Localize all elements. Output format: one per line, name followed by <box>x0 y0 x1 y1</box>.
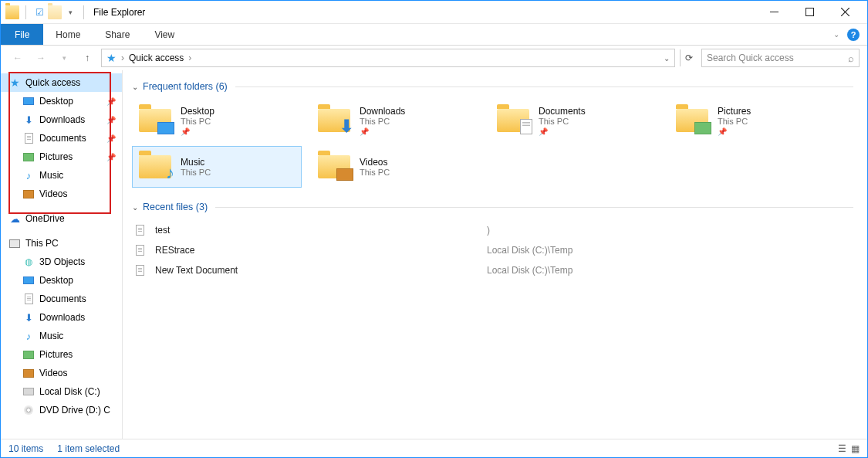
folder-card[interactable]: DesktopThis PC📌 <box>132 100 302 141</box>
tree-label: Pictures <box>39 349 73 360</box>
folder-card[interactable]: ♪MusicThis PC <box>132 146 302 188</box>
tree-quick-access[interactable]: ★ Quick access <box>1 73 122 92</box>
tree-label: Music <box>39 331 63 341</box>
folder-name: Pictures <box>718 106 751 117</box>
quick-access-toolbar: ☑ ▾ <box>5 5 89 19</box>
close-button[interactable] <box>827 1 863 24</box>
document-icon <box>132 265 147 276</box>
tree-this-pc[interactable]: This PC <box>1 234 122 253</box>
status-selection: 1 item selected <box>57 443 120 454</box>
navigation-tree[interactable]: ★ Quick access Desktop📌 ⬇Downloads📌 Docu… <box>1 70 123 439</box>
folder-sub: This PC <box>360 168 390 177</box>
title-bar: ☑ ▾ File Explorer <box>1 1 867 24</box>
address-bar[interactable]: ★ › Quick access › ⌄ <box>101 49 675 67</box>
back-button[interactable]: ← <box>8 49 27 67</box>
tab-view[interactable]: View <box>142 24 187 45</box>
folder-sub: This PC <box>539 117 586 126</box>
tree-label: Videos <box>39 188 67 199</box>
tree-label: 3D Objects <box>39 256 85 267</box>
up-button[interactable]: ↑ <box>78 49 96 67</box>
tree-item-videos[interactable]: Videos <box>1 364 122 382</box>
section-title: Frequent folders (6) <box>143 81 228 92</box>
folder-card[interactable]: PicturesThis PC📌 <box>669 100 839 141</box>
folder-name: Videos <box>360 157 390 168</box>
picture-icon <box>22 151 35 163</box>
tree-item-downloads[interactable]: ⬇Downloads📌 <box>1 110 122 129</box>
folder-card[interactable]: VideosThis PC <box>311 146 481 188</box>
window-title: File Explorer <box>93 7 145 18</box>
document-icon <box>22 293 35 305</box>
view-largeicons-icon[interactable]: ▦ <box>851 443 860 454</box>
maximize-button[interactable] <box>792 1 827 24</box>
tree-item-desktop[interactable]: Desktop📌 <box>1 92 122 110</box>
section-frequent-header[interactable]: ⌄ Frequent folders (6) <box>132 81 853 92</box>
folder-card[interactable]: ⬇DownloadsThis PC📌 <box>311 100 481 141</box>
recent-row[interactable]: REStraceLocal Disk (C:)\Temp <box>132 240 853 260</box>
folder-icon: ♪ <box>137 152 173 182</box>
qat-properties-icon[interactable]: ☑ <box>32 5 46 19</box>
tree-item-pictures[interactable]: Pictures📌 <box>1 148 122 166</box>
status-item-count: 10 items <box>8 443 43 454</box>
tree-item-music[interactable]: ♪Music <box>1 166 122 185</box>
tree-label: Documents <box>39 293 86 304</box>
section-recent-header[interactable]: ⌄ Recent files (3) <box>132 202 853 212</box>
pin-icon: 📌 <box>106 153 116 161</box>
tab-file[interactable]: File <box>1 24 43 45</box>
tree-item-documents[interactable]: Documents <box>1 290 122 308</box>
recent-name: New Text Document <box>155 265 479 276</box>
tree-onedrive[interactable]: ☁OneDrive <box>1 209 122 228</box>
recent-row[interactable]: test) <box>132 220 853 240</box>
overlay-icon: ♪ <box>166 163 174 183</box>
minimize-button[interactable] <box>756 1 792 24</box>
tree-item-downloads[interactable]: ⬇Downloads <box>1 308 122 327</box>
pin-icon: 📌 <box>181 127 214 136</box>
folder-sub: This PC <box>360 117 405 126</box>
content-pane: ⌄ Frequent folders (6) DesktopThis PC📌⬇D… <box>123 70 867 439</box>
search-box[interactable]: ⌕ <box>701 49 860 67</box>
tree-item-localdisk[interactable]: Local Disk (C:) <box>1 382 122 401</box>
forward-button[interactable]: → <box>32 49 50 67</box>
video-icon <box>22 188 35 200</box>
navigation-toolbar: ← → ▾ ↑ ★ › Quick access › ⌄ ⟳ ⌕ <box>1 46 867 70</box>
overlay-icon <box>336 168 353 183</box>
breadcrumb-item[interactable]: Quick access <box>129 53 184 63</box>
view-details-icon[interactable]: ☰ <box>838 443 846 454</box>
folder-name: Downloads <box>360 106 405 117</box>
breadcrumb-separator-icon: › <box>188 53 191 63</box>
divider <box>215 207 853 208</box>
star-icon: ★ <box>8 76 21 89</box>
drive-icon <box>22 385 35 398</box>
tree-item-3dobjects[interactable]: ◍3D Objects <box>1 253 122 271</box>
folder-card[interactable]: DocumentsThis PC📌 <box>490 100 660 141</box>
folder-icon <box>674 106 710 135</box>
folder-sub: This PC <box>718 117 751 126</box>
ribbon-expand-icon[interactable]: ⌄ <box>833 30 839 39</box>
search-input[interactable] <box>707 53 848 63</box>
music-icon: ♪ <box>22 169 35 182</box>
tab-home[interactable]: Home <box>43 24 93 45</box>
qat-newfolder-icon[interactable] <box>48 5 62 19</box>
tree-item-desktop[interactable]: Desktop <box>1 271 122 290</box>
recent-row[interactable]: New Text DocumentLocal Disk (C:)\Temp <box>132 260 853 280</box>
tree-label: DVD Drive (D:) C <box>39 405 110 416</box>
svg-rect-1 <box>806 8 813 16</box>
tree-item-dvddrive[interactable]: DVD Drive (D:) C <box>1 401 122 419</box>
help-icon[interactable]: ? <box>847 29 860 41</box>
tab-share[interactable]: Share <box>93 24 142 45</box>
tree-item-videos[interactable]: Videos <box>1 185 122 203</box>
recent-path: Local Disk (C:)\Temp <box>487 245 572 256</box>
pin-icon: 📌 <box>718 127 751 136</box>
history-dropdown[interactable]: ▾ <box>55 49 73 67</box>
cube-icon: ◍ <box>22 256 35 268</box>
address-dropdown-icon[interactable]: ⌄ <box>664 54 670 63</box>
refresh-button[interactable]: ⟳ <box>680 49 697 66</box>
section-title: Recent files (3) <box>143 202 208 212</box>
tree-item-pictures[interactable]: Pictures <box>1 345 122 364</box>
tree-label: Videos <box>39 368 67 378</box>
music-icon: ♪ <box>22 330 35 342</box>
tree-label: Music <box>39 170 63 181</box>
tree-item-documents[interactable]: Documents📌 <box>1 129 122 148</box>
tree-label: Documents <box>39 133 86 144</box>
qat-dropdown-icon[interactable]: ▾ <box>63 5 77 19</box>
tree-item-music[interactable]: ♪Music <box>1 327 122 345</box>
